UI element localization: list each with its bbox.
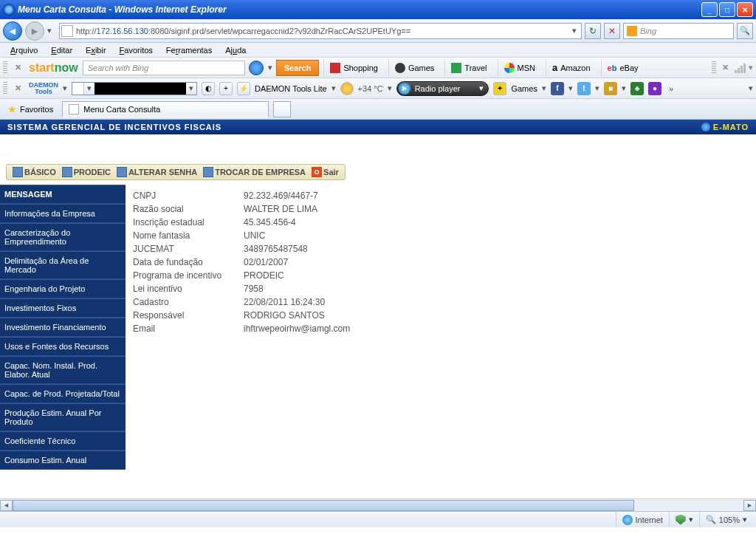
link-games[interactable]: Games (388, 60, 440, 76)
daemon-overflow[interactable]: » (669, 84, 673, 93)
close-button[interactable]: ✕ (737, 2, 753, 17)
daemon-brand-dropdown[interactable]: ▾ (63, 83, 67, 93)
scroll-track[interactable] (13, 500, 743, 511)
weather-dropdown[interactable]: ▾ (388, 83, 392, 93)
daemon-games-label[interactable]: Games (511, 84, 537, 93)
search-provider-dropdown[interactable]: ▾ (268, 63, 272, 72)
stop-button[interactable]: ✕ (604, 23, 620, 39)
horizontal-scrollbar[interactable]: ◄ ► (0, 499, 756, 511)
daemon-btn-2[interactable]: + (219, 82, 233, 95)
radio-player[interactable]: ▶ Radio player ▾ (396, 81, 489, 96)
status-protected-mode[interactable]: ▾ (669, 512, 699, 527)
ie-icon (3, 4, 15, 16)
daemon-lite-dropdown[interactable]: ▾ (331, 83, 336, 93)
status-zoom[interactable]: 🔍 105% ▾ (699, 512, 753, 527)
search-go-button[interactable]: 🔍 (737, 23, 753, 39)
menu-ajuda[interactable]: Ajuda (219, 44, 252, 56)
action-basico[interactable]: BÁSICO (10, 167, 59, 177)
maximize-button[interactable]: □ (719, 2, 735, 17)
status-zone[interactable]: Internet (616, 512, 669, 527)
toolbar-more[interactable]: ▾ (749, 63, 753, 72)
menu-editar[interactable]: Editar (45, 44, 78, 56)
browser-tab[interactable]: Menu Carta Consulta (62, 101, 269, 117)
sidebar-item-capac-nom[interactable]: Capac. Nom. Instal. Prod. Elabor. Atual (0, 356, 126, 384)
weather-icon[interactable] (340, 82, 354, 95)
menu-exibir[interactable]: Exibir (80, 44, 112, 56)
link-travel[interactable]: Travel (444, 60, 492, 76)
daemon-grip[interactable] (3, 82, 7, 95)
link-msn[interactable]: MSN (498, 60, 541, 76)
social-icon-1[interactable]: ■ (604, 82, 617, 95)
link-shopping[interactable]: Shopping (323, 60, 384, 76)
zoom-dropdown[interactable]: ▾ (743, 515, 747, 524)
globe-icon[interactable] (249, 61, 264, 75)
twitter-icon[interactable]: t (577, 82, 591, 95)
scroll-left-arrow[interactable]: ◄ (0, 500, 13, 511)
back-button[interactable]: ◄ (3, 21, 22, 41)
value-fantasia: UNIC (244, 229, 357, 242)
daemon-lite-icon[interactable]: ⚡ (237, 82, 250, 95)
forward-button[interactable]: ► (25, 21, 44, 41)
daemon-search-combo[interactable]: ▾ ▾ (72, 82, 197, 95)
daemon-btn-1[interactable]: ◐ (202, 82, 215, 95)
sidebar-item-info-empresa[interactable]: Informações da Empresa (0, 204, 126, 223)
daemon-games-dropdown[interactable]: ▾ (542, 83, 546, 93)
sidebar-item-capac-prod[interactable]: Capac. de Prod. Projetada/Total (0, 384, 126, 403)
scroll-thumb[interactable] (13, 500, 634, 511)
toolbar-close-right[interactable]: ✕ (719, 63, 732, 72)
sidebar-item-delimitacao[interactable]: Delimitação da Área de Mercado (0, 251, 126, 279)
label-lei: Lei incentivo (133, 282, 244, 295)
link-amazon[interactable]: aAmazon (546, 60, 597, 76)
sidebar-item-consumo-estim[interactable]: Consumo Estim. Anual (0, 451, 126, 470)
play-icon[interactable]: ▶ (399, 83, 410, 95)
menu-arquivo[interactable]: AArquivorquivo (4, 44, 44, 56)
sidebar-item-mensagem[interactable]: MENSAGEM (0, 185, 126, 204)
browser-search-box[interactable]: Bing (623, 23, 734, 39)
action-sair[interactable]: OSair (309, 167, 342, 177)
addr-dropdown-icon[interactable]: ▾ (569, 26, 580, 35)
link-ebay[interactable]: ebeBay (601, 60, 645, 76)
sidebar-item-usos-fontes[interactable]: Usos e Fontes dos Recursos (0, 337, 126, 356)
toolbar-close[interactable]: ✕ (12, 63, 24, 72)
social-icon-2[interactable]: ♣ (630, 82, 644, 95)
favorites-button[interactable]: ★ Favoritos (3, 102, 58, 117)
value-lei: 7958 (244, 282, 357, 295)
daemon-lite-label[interactable]: DAEMON Tools Lite (255, 84, 327, 93)
toolbar-grip-right[interactable] (712, 61, 716, 75)
menu-ferramentas[interactable]: Ferramentas (160, 44, 218, 56)
action-prodeic[interactable]: PRODEIC (59, 167, 114, 177)
startnow-search-button[interactable]: Search (276, 60, 320, 76)
social-icon-3[interactable]: ● (648, 82, 662, 95)
refresh-button[interactable]: ↻ (585, 23, 601, 39)
label-jucemat: JUCEMAT (133, 242, 244, 256)
sidebar-item-producao-estim[interactable]: Produção Estim. Anual Por Produto (0, 403, 126, 431)
nav-history-dropdown[interactable]: ▾ (47, 26, 56, 35)
sidebar-item-investimento-financiamento[interactable]: Investimento Financiamento (0, 318, 126, 337)
action-alterar-senha[interactable]: ALTERAR SENHA (114, 167, 200, 177)
url-rest: :8080/siginf.prd/servlet/wpcarregaccnid2… (148, 27, 569, 35)
protected-dropdown[interactable]: ▾ (689, 515, 693, 524)
weather-temp[interactable]: +34 °C (358, 84, 383, 93)
facebook-icon[interactable]: f (551, 82, 564, 95)
menu-bar: AArquivorquivo Editar Exibir Favoritos F… (0, 43, 756, 58)
sidebar-item-engenharia[interactable]: Engenharia do Projeto (0, 279, 126, 298)
sidebar-item-coeficiente[interactable]: Coeficiente Técnico (0, 431, 126, 451)
navigation-bar: ◄ ► ▾ http://172.16.56.130:8080/siginf.p… (0, 19, 756, 43)
daemon-more-dropdown[interactable]: ▾ (749, 83, 753, 93)
scroll-right-arrow[interactable]: ► (743, 500, 756, 511)
basico-icon (13, 167, 23, 177)
menu-favoritos[interactable]: Favoritos (114, 44, 159, 56)
new-tab-button[interactable] (273, 101, 291, 117)
sidebar-item-caracterizacao[interactable]: Caracterização do Empreendimento (0, 223, 126, 251)
sidebar-item-investimentos-fixos[interactable]: Investimentos Fixos (0, 298, 126, 318)
toolbar-grip[interactable] (3, 61, 7, 75)
action-trocar-empresa[interactable]: TROCAR DE EMPRESA (200, 167, 309, 177)
url-ip: 172.16.56.130 (97, 27, 148, 35)
daemon-close[interactable]: ✕ (12, 83, 24, 93)
address-bar[interactable]: http://172.16.56.130:8080/siginf.prd/ser… (59, 23, 582, 39)
daemon-games-icon[interactable]: ✦ (493, 82, 506, 95)
minimize-button[interactable]: _ (701, 2, 718, 17)
label-fundacao: Data de fundação (133, 256, 244, 269)
startnow-search-input[interactable]: Search with Bing (83, 61, 245, 75)
sair-icon: O (312, 167, 322, 177)
